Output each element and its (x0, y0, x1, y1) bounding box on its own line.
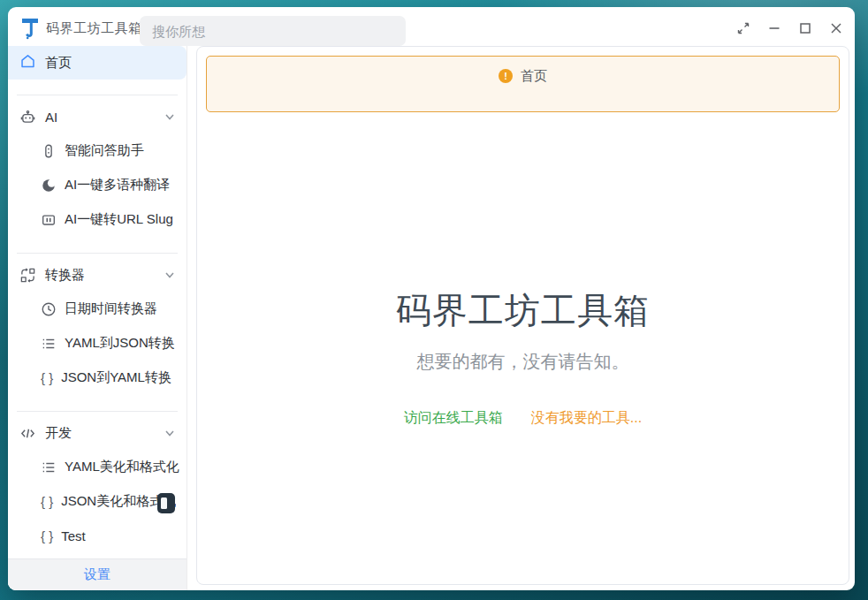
sidebar-section-converter[interactable]: 转换器 (8, 258, 187, 292)
main-content: ! 首页 码界工坊工具箱 想要的都有，没有请告知。 访问在线工具箱 没有我要的工… (196, 46, 849, 585)
alert-text: 首页 (521, 68, 547, 85)
braces-icon: { } (41, 494, 53, 509)
sidebar-section-label: 开发 (45, 425, 164, 442)
title-bar: 码界工坊工具箱 (8, 7, 855, 49)
expand-icon[interactable] (734, 19, 753, 38)
assistant-icon (41, 143, 57, 159)
clock-icon (41, 301, 57, 317)
minimize-icon[interactable] (765, 19, 784, 38)
sidebar-item-label: JSON到YAML转换 (61, 369, 171, 386)
braces-icon: { } (41, 370, 53, 385)
hero-section: 码界工坊工具箱 想要的都有，没有请告知。 访问在线工具箱 没有我要的工具... (197, 286, 849, 428)
sidebar-item-yaml-beautify[interactable]: YAML美化和格式化 (8, 450, 187, 484)
alert-banner: ! 首页 (206, 56, 840, 112)
desktop-background: 码界工坊工具箱 (0, 0, 868, 600)
sidebar-item-url-slug[interactable]: AI一键转URL Slug (8, 202, 187, 237)
list-icon (41, 459, 57, 475)
sidebar-item-label: YAML到JSON转换 (65, 335, 175, 352)
search-input[interactable] (140, 16, 406, 46)
alert-inner: ! 首页 (499, 68, 547, 84)
sidebar-item-ai-translate[interactable]: AI一键多语种翻译 (8, 168, 187, 202)
braces-icon: { } (41, 528, 53, 543)
code-icon (19, 425, 36, 442)
app-title: 码界工坊工具箱 (46, 20, 142, 37)
sidebar-item-test[interactable]: { } Test (8, 519, 187, 553)
sidebar-divider (17, 411, 178, 412)
warning-icon: ! (499, 69, 513, 83)
sidebar-section-dev[interactable]: 开发 (8, 416, 187, 450)
sidebar-item-label: 首页 (45, 55, 72, 72)
settings-button[interactable]: 设置 (8, 558, 187, 590)
sidebar-item-label: AI一键转URL Slug (65, 211, 173, 228)
sidebar-item-yaml-to-json[interactable]: YAML到JSON转换 (8, 326, 187, 361)
sidebar-section-label: AI (45, 110, 164, 125)
sidebar-item-label: Test (61, 528, 86, 543)
hero-title: 码界工坊工具箱 (197, 286, 849, 335)
sidebar-divider (17, 95, 178, 95)
list-icon (41, 336, 57, 352)
request-tool-link[interactable]: 没有我要的工具... (531, 409, 642, 428)
robot-icon (19, 109, 36, 125)
chevron-down-icon (164, 269, 176, 281)
sidebar-item-label: 智能问答助手 (65, 142, 144, 159)
maximize-icon[interactable] (796, 19, 815, 38)
sidebar-item-home[interactable]: 首页 (8, 46, 187, 80)
sidebar-item-datetime-converter[interactable]: 日期时间转换器 (8, 292, 187, 326)
sidebar-item-label: AI一键多语种翻译 (65, 177, 170, 194)
visit-online-toolbox-link[interactable]: 访问在线工具箱 (404, 409, 503, 428)
sidebar-item-qa-assistant[interactable]: 智能问答助手 (8, 133, 187, 168)
panel-toggle-icon[interactable] (157, 493, 175, 513)
convert-icon (19, 267, 36, 284)
close-icon[interactable] (826, 19, 846, 38)
sidebar-section-ai[interactable]: AI (8, 100, 187, 133)
sidebar-item-label: 日期时间转换器 (65, 300, 157, 317)
hero-links: 访问在线工具箱 没有我要的工具... (197, 409, 849, 428)
sidebar-divider (17, 253, 178, 254)
sidebar-item-json-to-yaml[interactable]: { } JSON到YAML转换 (8, 361, 187, 395)
chevron-down-icon (164, 427, 176, 439)
sidebar-section-label: 转换器 (45, 267, 164, 284)
app-window: 码界工坊工具箱 (8, 7, 855, 590)
window-controls (734, 7, 846, 49)
app-logo-icon (20, 17, 40, 40)
hero-subtitle: 想要的都有，没有请告知。 (197, 350, 849, 374)
slug-icon (41, 212, 57, 228)
settings-label: 设置 (84, 566, 110, 583)
panel-toggle-bar (161, 497, 167, 509)
chevron-down-icon (164, 110, 176, 123)
sidebar-item-label: YAML美化和格式化 (65, 459, 179, 475)
app-logo-wrap: 码界工坊工具箱 (8, 17, 142, 40)
home-icon (19, 53, 36, 73)
translate-icon (41, 178, 57, 194)
